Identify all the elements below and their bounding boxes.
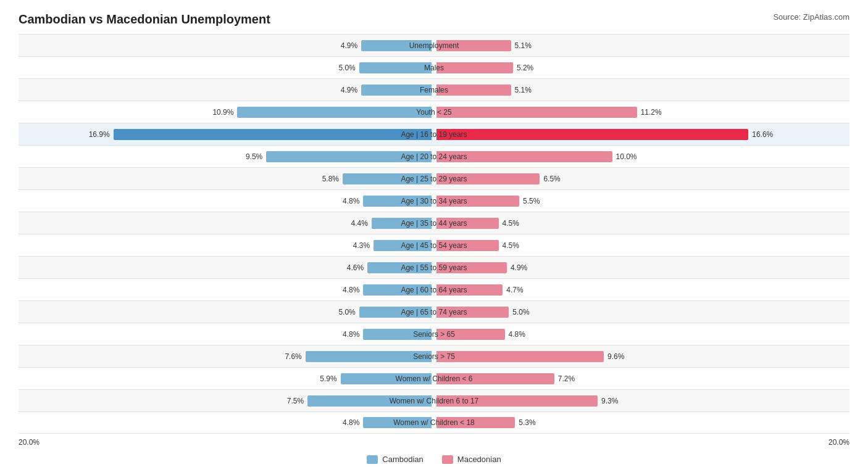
left-bar-wrap: 4.8% (19, 283, 434, 297)
left-bar-wrap: 4.9% (19, 83, 434, 97)
right-value: 11.2% (641, 108, 663, 117)
right-section: 6.5% (434, 168, 849, 189)
left-value: 7.5% (282, 397, 304, 405)
right-bar-wrap: 5.3% (434, 416, 849, 429)
chart-row: 4.4% Age | 35 to 44 years 4.5% (19, 212, 849, 234)
left-section: 10.9% (19, 101, 434, 123)
axis-left-value: 20.0% (19, 438, 40, 447)
left-section: 5.0% (19, 57, 434, 78)
blue-bar (114, 129, 432, 140)
center-label: Males (424, 64, 444, 72)
left-bar-wrap: 16.9% (19, 128, 434, 141)
right-value: 4.7% (506, 286, 528, 294)
left-value: 4.3% (348, 241, 370, 250)
right-section: 5.0% (434, 301, 849, 323)
chart-row: 4.8% Age | 30 to 34 years 5.5% (19, 189, 849, 212)
left-bar-wrap: 4.8% (19, 416, 434, 429)
axis-row: 20.0% 20.0% (19, 436, 849, 448)
legend-cambodian-icon (367, 455, 378, 464)
chart-row: 7.6% Seniors > 75 9.6% (19, 345, 849, 367)
center-label: Age | 20 to 24 years (401, 152, 467, 161)
chart-row: 4.6% Age | 55 to 59 years 4.9% (19, 256, 849, 278)
chart-row: 5.8% Age | 25 to 29 years 6.5% (19, 167, 849, 189)
right-bar-wrap: 4.7% (434, 283, 849, 297)
right-section: 16.6% (434, 123, 849, 145)
right-bar-wrap: 9.6% (434, 350, 849, 363)
pink-bar (436, 351, 604, 362)
right-value: 5.2% (517, 64, 539, 72)
left-section: 5.9% (19, 368, 434, 389)
left-bar-wrap: 7.5% (19, 394, 434, 408)
right-section: 9.3% (434, 390, 849, 411)
chart-row: 4.8% Seniors > 65 4.8% (19, 323, 849, 345)
center-label: Women w/ Children < 6 (396, 374, 473, 383)
right-bar-wrap: 5.1% (434, 39, 849, 52)
left-section: 7.5% (19, 390, 434, 411)
right-section: 5.1% (434, 35, 849, 56)
left-value: 4.4% (346, 219, 368, 228)
legend-macedonian-label: Macedonian (457, 455, 501, 464)
left-value: 4.9% (335, 41, 357, 50)
pink-bar (436, 129, 748, 140)
right-bar-wrap: 10.0% (434, 150, 849, 163)
center-label: Seniors > 75 (413, 352, 455, 361)
center-label: Age | 30 to 34 years (401, 197, 467, 205)
legend-cambodian-label: Cambodian (382, 455, 424, 464)
left-bar-wrap: 10.9% (19, 105, 434, 119)
left-section: 5.8% (19, 168, 434, 189)
chart-row: 4.9% Females 5.1% (19, 78, 849, 101)
right-bar-wrap: 5.2% (434, 61, 849, 75)
right-value: 9.3% (601, 397, 624, 405)
right-value: 4.5% (503, 241, 525, 250)
center-label: Age | 60 to 64 years (401, 286, 467, 294)
left-bar-wrap: 9.5% (19, 150, 434, 163)
right-section: 9.6% (434, 345, 849, 367)
left-value: 4.8% (337, 286, 359, 294)
left-section: 9.5% (19, 146, 434, 167)
center-label: Age | 25 to 29 years (401, 175, 467, 183)
legend-cambodian: Cambodian (367, 455, 424, 464)
right-bar-wrap: 6.5% (434, 172, 849, 186)
blue-bar (237, 107, 432, 118)
chart-row: 7.5% Women w/ Children 6 to 17 9.3% (19, 389, 849, 411)
left-bar-wrap: 4.9% (19, 39, 434, 52)
center-label: Age | 35 to 44 years (401, 219, 467, 228)
right-bar-wrap: 7.2% (434, 372, 849, 386)
left-section: 4.8% (19, 279, 434, 300)
pink-bar (436, 62, 513, 73)
right-section: 4.5% (434, 234, 849, 256)
right-section: 5.2% (434, 57, 849, 78)
chart-row: 4.8% Women w/ Children < 18 5.3% (19, 411, 849, 434)
chart-row: 4.3% Age | 45 to 54 years 4.5% (19, 234, 849, 256)
left-value: 4.8% (337, 418, 359, 427)
left-section: 4.6% (19, 257, 434, 278)
center-label: Age | 55 to 59 years (401, 263, 467, 272)
left-bar-wrap: 5.8% (19, 172, 434, 186)
left-bar-wrap: 5.9% (19, 372, 434, 386)
right-value: 5.3% (519, 418, 541, 427)
chart-title: Cambodian vs Macedonian Unemployment (19, 12, 270, 27)
left-bar-wrap: 4.3% (19, 239, 434, 252)
chart-row: 16.9% Age | 16 to 19 years 16.6% (19, 123, 849, 145)
right-section: 7.2% (434, 368, 849, 389)
right-bar-wrap: 9.3% (434, 394, 849, 408)
chart-area: 4.9% Unemployment 5.1% 5.0% Males (19, 34, 849, 434)
left-value: 16.9% (88, 130, 110, 139)
left-section: 4.3% (19, 234, 434, 256)
pink-bar (436, 107, 637, 118)
left-section: 4.8% (19, 190, 434, 212)
right-value: 16.6% (752, 130, 774, 139)
center-label: Women w/ Children 6 to 17 (390, 397, 479, 405)
chart-row: 9.5% Age | 20 to 24 years 10.0% (19, 145, 849, 167)
right-value: 4.9% (511, 263, 533, 272)
left-value: 5.8% (317, 175, 339, 183)
legend-macedonian: Macedonian (442, 455, 501, 464)
right-section: 4.8% (434, 323, 849, 345)
chart-row: 5.0% Age | 65 to 74 years 5.0% (19, 300, 849, 323)
right-bar-wrap: 5.5% (434, 194, 849, 208)
right-section: 5.1% (434, 79, 849, 101)
left-bar-wrap: 4.4% (19, 217, 434, 230)
left-bar-wrap: 4.6% (19, 261, 434, 275)
center-label: Unemployment (409, 41, 459, 50)
right-section: 4.5% (434, 212, 849, 234)
